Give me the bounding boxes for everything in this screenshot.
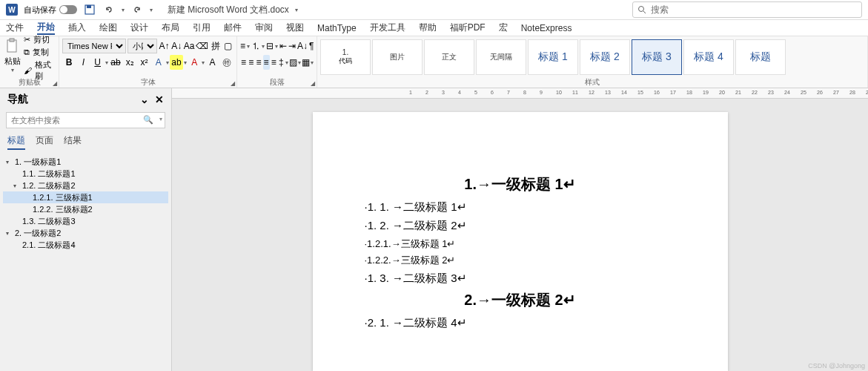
borders-chev-icon[interactable]: ▾ (311, 59, 314, 66)
nav-search-input[interactable] (6, 112, 165, 128)
nav-close-icon[interactable]: ✕ (155, 93, 164, 105)
undo-dropdown-icon[interactable]: ▾ (122, 7, 125, 13)
shading-button[interactable]: ▨ (289, 55, 297, 70)
tree-caret-icon[interactable]: ▾ (6, 230, 13, 237)
enclose-char-button[interactable]: ㊕ (220, 55, 233, 70)
tree-item-1[interactable]: 1.1. 二级标题1 (3, 168, 168, 180)
superscript-button[interactable]: x² (137, 55, 150, 70)
doc-line-5[interactable]: ·1. 3. →二级标题 3↵ (365, 272, 676, 286)
bold-button[interactable]: B (62, 55, 76, 70)
nav-chevron-icon[interactable]: ⌄ (140, 93, 149, 105)
doc-line-7[interactable]: ·2. 1. →二级标题 4↵ (365, 316, 676, 330)
doc-line-4[interactable]: ·1.2.2.→三级标题 2↵ (365, 254, 676, 267)
underline-dropdown-icon[interactable]: ▾ (105, 59, 108, 66)
tree-item-4[interactable]: 1.2.2. 三级标题2 (3, 203, 168, 215)
style-item-4[interactable]: 标题 1 (528, 39, 578, 75)
tree-item-7[interactable]: 2.1. 二级标题4 (3, 239, 168, 251)
menu-tab-8[interactable]: 审阅 (255, 22, 273, 34)
borders-button[interactable]: ▦ (302, 55, 310, 70)
menu-tab-3[interactable]: 绘图 (99, 22, 117, 34)
highlight-button[interactable]: ab (170, 55, 183, 70)
font-size-select[interactable]: 小四 (127, 39, 157, 53)
bullet-chev-icon[interactable]: ▾ (247, 43, 250, 50)
multi-chev-icon[interactable]: ▾ (275, 43, 278, 50)
align-right-button[interactable]: ≡ (255, 55, 262, 70)
nav-tab-2[interactable]: 结果 (64, 134, 82, 150)
increase-indent-button[interactable]: ⇥ (288, 39, 296, 53)
phonetic-button[interactable]: 拼 (210, 39, 221, 53)
tree-caret-icon[interactable]: ▾ (6, 159, 13, 165)
char-border-button[interactable]: ▢ (222, 39, 233, 53)
menu-tab-11[interactable]: 开发工具 (370, 22, 405, 34)
tree-caret-icon[interactable]: ▾ (13, 183, 21, 189)
nav-tab-0[interactable]: 标题 (7, 134, 25, 150)
toggle-switch[interactable] (59, 5, 77, 14)
undo-icon[interactable] (102, 3, 116, 16)
spacing-chev-icon[interactable]: ▾ (285, 59, 288, 66)
style-item-1[interactable]: 图片 (372, 39, 423, 75)
horizontal-ruler[interactable]: 1234567891011121314151617181920212223242… (172, 88, 868, 99)
align-justify-button[interactable]: ≡ (263, 55, 270, 70)
strike-button[interactable]: ab (109, 55, 122, 70)
font-color-button[interactable]: A (188, 55, 201, 70)
tree-item-5[interactable]: 1.3. 二级标题3 (3, 215, 168, 227)
search-bar[interactable] (632, 1, 862, 18)
save-icon[interactable] (83, 3, 96, 16)
qat-customize-icon[interactable]: ▾ (150, 7, 153, 13)
menu-tab-15[interactable]: NoteExpress (521, 23, 572, 33)
italic-button[interactable]: I (76, 55, 90, 70)
font-name-select[interactable]: Times New Roman (62, 39, 126, 53)
style-item-6[interactable]: 标题 3 (632, 39, 682, 75)
document-scroll[interactable]: 1.→一级标题 1↵·1. 1. →二级标题 1↵·1. 2. →二级标题 2↵… (172, 99, 868, 371)
menu-tab-5[interactable]: 布局 (162, 22, 179, 34)
align-center-button[interactable]: ≡ (248, 55, 254, 70)
multilevel-list-button[interactable]: ⊟ (266, 39, 274, 53)
title-dropdown-icon[interactable]: ▾ (295, 7, 298, 13)
menu-tab-14[interactable]: 宏 (499, 22, 508, 34)
menu-tab-10[interactable]: MathType (317, 23, 357, 33)
decrease-font-button[interactable]: A↓ (171, 39, 182, 53)
redo-icon[interactable] (130, 3, 144, 16)
menu-tab-12[interactable]: 帮助 (419, 22, 437, 34)
style-item-3[interactable]: 无间隔 (476, 39, 526, 75)
bullet-list-button[interactable]: ≡ (240, 39, 245, 53)
tree-item-2[interactable]: ▾1.2. 二级标题2 (3, 180, 168, 191)
style-item-2[interactable]: 正文 (424, 39, 474, 75)
tree-item-6[interactable]: ▾2. 一级标题2 (3, 227, 168, 239)
menu-tab-4[interactable]: 设计 (130, 22, 148, 34)
style-item-7[interactable]: 标题 4 (683, 39, 734, 75)
text-effects-button[interactable]: A (152, 55, 165, 70)
doc-line-3[interactable]: ·1.2.1.→三级标题 1↵ (365, 237, 676, 251)
menu-tab-6[interactable]: 引用 (193, 22, 211, 34)
doc-line-2[interactable]: ·1. 2. →二级标题 2↵ (365, 219, 676, 233)
menu-tab-13[interactable]: 福昕PDF (450, 22, 486, 34)
menu-tab-2[interactable]: 插入 (68, 22, 86, 34)
page[interactable]: 1.→一级标题 1↵·1. 1. →二级标题 1↵·1. 2. →二级标题 2↵… (313, 112, 728, 371)
sort-button[interactable]: A↓ (297, 39, 308, 53)
menu-tab-7[interactable]: 邮件 (224, 22, 242, 34)
cut-button[interactable]: ✂剪切 (22, 33, 56, 46)
nav-search-chev-icon[interactable]: ▾ (159, 116, 162, 122)
increase-font-button[interactable]: A↑ (159, 39, 170, 53)
clipboard-launcher-icon[interactable]: ◢ (53, 80, 57, 87)
show-marks-button[interactable]: ¶ (309, 39, 314, 53)
doc-line-6[interactable]: 2.→一级标题 2↵ (365, 290, 676, 310)
number-chev-icon[interactable]: ▾ (262, 43, 265, 50)
style-item-5[interactable]: 标题 2 (580, 39, 630, 75)
number-list-button[interactable]: ⒈ (251, 39, 260, 53)
decrease-indent-button[interactable]: ⇤ (279, 39, 287, 53)
shading-chev-icon[interactable]: ▾ (298, 59, 301, 66)
nav-search-icon[interactable]: 🔍 (143, 115, 153, 125)
clear-format-button[interactable]: ⌫ (196, 39, 208, 53)
highlight-dropdown-icon[interactable]: ▾ (184, 59, 187, 66)
paste-button[interactable]: 粘贴 ▾ (3, 38, 22, 78)
char-shading-button[interactable]: A (205, 55, 219, 70)
paragraph-launcher-icon[interactable]: ◢ (311, 80, 315, 87)
distribute-button[interactable]: ≡ (271, 55, 277, 70)
color-dropdown-icon[interactable]: ▾ (202, 59, 205, 66)
effects-dropdown-icon[interactable]: ▾ (166, 59, 169, 66)
copy-button[interactable]: ⧉复制 (22, 46, 56, 59)
search-input[interactable] (651, 4, 857, 15)
style-item-8[interactable]: 标题 (735, 39, 786, 75)
style-item-0[interactable]: 1.代码 (320, 39, 371, 75)
